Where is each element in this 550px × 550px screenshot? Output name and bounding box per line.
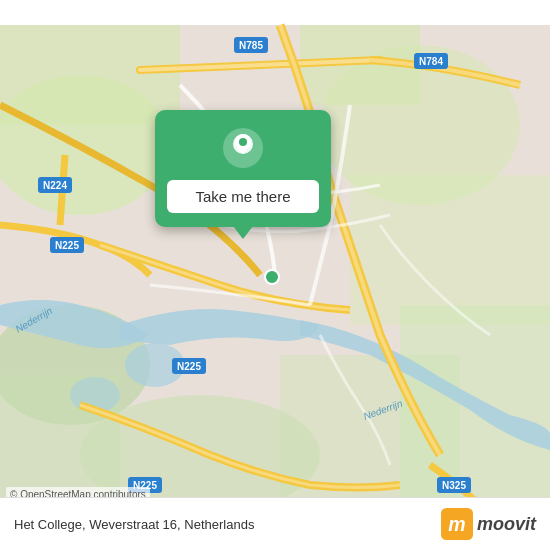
location-text: Het College, Weverstraat 16, Netherlands [14,517,254,532]
svg-text:m: m [448,513,465,535]
moovit-logo-icon: m [441,508,473,540]
svg-text:N325: N325 [442,480,466,491]
moovit-logo-text: moovit [477,514,536,535]
take-me-there-button[interactable]: Take me there [167,180,319,213]
svg-text:N225: N225 [55,240,79,251]
svg-rect-2 [0,25,180,125]
svg-text:N225: N225 [177,361,201,372]
location-pin-icon [221,126,265,170]
info-bar: Het College, Weverstraat 16, Netherlands… [0,497,550,550]
moovit-logo: m moovit [441,508,536,540]
map-container: N785 N784 N224 N225 N225 N225 N325 Neder… [0,0,550,550]
svg-point-32 [239,138,247,146]
svg-text:N224: N224 [43,180,67,191]
map-svg: N785 N784 N224 N225 N225 N225 N325 Neder… [0,0,550,550]
popup-bubble: Take me there [155,110,331,227]
svg-text:N784: N784 [419,56,443,67]
svg-text:N785: N785 [239,40,263,51]
svg-point-29 [265,270,279,284]
